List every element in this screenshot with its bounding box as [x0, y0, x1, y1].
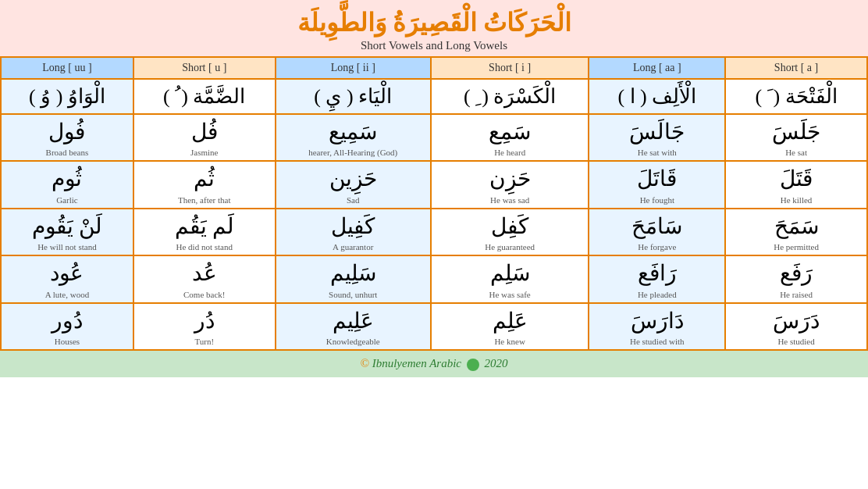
english-translation: He sat	[729, 148, 863, 157]
table-cell: دَارَسَHe studied with	[589, 303, 725, 350]
arabic-word: حَزِن	[435, 165, 585, 193]
english-translation: He permitted	[729, 242, 863, 252]
english-translation: He studied with	[592, 337, 721, 346]
arabic-word: عَلِيم	[279, 307, 427, 335]
arabic-word: ثُم	[137, 165, 272, 193]
english-translation: He sat with	[592, 148, 721, 157]
english-translation: He raised	[729, 290, 863, 299]
col-header-long-aa: Long [ aa ]	[589, 57, 725, 79]
arabic-word: عُد	[137, 259, 272, 287]
english-translation: Garlic	[5, 195, 130, 205]
table-cell: عُدCome back!	[133, 255, 276, 302]
col-header-short-u: Short [ u ]	[133, 57, 276, 79]
table-row: لَنْ يَقُومHe will not standلَم يَقُمHe …	[1, 209, 867, 255]
table-cell: ثُمThen, after that	[133, 161, 276, 208]
table-cell: ثُومGarlic	[1, 161, 133, 208]
footer-copyright: ©	[361, 357, 369, 369]
arabic-header-long-uu: الْوَاوُ ( وُ )	[1, 79, 133, 114]
english-translation: Knowledgeable	[279, 337, 427, 346]
table-cell: سَمِعHe heard	[431, 114, 589, 161]
table-cell: فُولBroad beans	[1, 114, 133, 161]
table-cell: عُودA lute, wood	[1, 255, 133, 302]
english-translation: He was safe	[435, 290, 585, 299]
table-row: ثُومGarlicثُمThen, after thatحَزِينSadحَ…	[1, 161, 867, 208]
arabic-word: فُل	[137, 118, 272, 146]
english-translation: Sound, unhurt	[279, 290, 427, 299]
english-translation: He forgave	[592, 242, 721, 252]
english-translation: He was sad	[435, 195, 585, 205]
table-cell: عَلِمHe knew	[431, 303, 589, 350]
arabic-header-long-ii: الْيَاء ( يِ )	[276, 79, 431, 114]
arabic-word: قَاتَلَ	[592, 165, 721, 193]
arabic-word: كَفِل	[435, 212, 585, 241]
table-cell: سَلِمHe was safe	[431, 255, 589, 302]
english-translation: Houses	[5, 337, 130, 346]
table-cell: حَزِينSad	[276, 161, 431, 208]
arabic-header-short-a: الْفَتْحَة ( َ )	[725, 79, 867, 114]
main-table: Long [ uu ] Short [ u ] Long [ ii ] Shor…	[0, 56, 868, 351]
table-cell: عَلِيمKnowledgeable	[276, 303, 431, 350]
footer-year: 2020	[484, 357, 507, 369]
table-cell: فُلJasmine	[133, 114, 276, 161]
arabic-word: ثُوم	[5, 165, 130, 193]
english-translation: Jasmine	[137, 148, 272, 157]
table-cell: حَزِنHe was sad	[431, 161, 589, 208]
table-cell: لَنْ يَقُومHe will not stand	[1, 209, 133, 255]
arabic-word: سَلِيم	[279, 259, 427, 287]
arabic-word: لَم يَقُم	[137, 212, 272, 241]
english-translation: Broad beans	[5, 148, 130, 157]
table-cell: قَاتَلَHe fought	[589, 161, 725, 208]
table-cell: سَمِيعhearer, All-Hearing (God)	[276, 114, 431, 161]
arabic-header-long-aa: الْأَلِف ( ا )	[589, 79, 725, 114]
subtitle: Short Vowels and Long Vowels	[4, 39, 864, 52]
english-translation: Sad	[279, 195, 427, 205]
arabic-header-short-u: الضَّمَّة ( ُ )	[133, 79, 276, 114]
table-cell: دُورHouses	[1, 303, 133, 350]
title-section: الْحَرَكَاتُ الْقَصِيرَةُ وَالطَّوِيلَة …	[0, 0, 868, 56]
arabic-word: رَفَع	[729, 259, 863, 287]
english-translation: He guaranteed	[435, 242, 585, 252]
english-translation: hearer, All-Hearing (God)	[279, 148, 427, 157]
arabic-word: دُور	[5, 307, 130, 335]
table-cell: جَالَسَHe sat with	[589, 114, 725, 161]
english-translation: He fought	[592, 195, 721, 205]
table-cell: دُرTurn!	[133, 303, 276, 350]
table-cell: جَلَسَHe sat	[725, 114, 867, 161]
arabic-word: جَالَسَ	[592, 118, 721, 146]
arabic-word: كَفِيل	[279, 212, 427, 241]
english-translation: A lute, wood	[5, 290, 130, 299]
table-cell: قَتَلَHe killed	[725, 161, 867, 208]
col-header-long-uu: Long [ uu ]	[1, 57, 133, 79]
table-cell: رَافَعHe pleaded	[589, 255, 725, 302]
english-translation: He pleaded	[592, 290, 721, 299]
english-translation: Come back!	[137, 290, 272, 299]
arabic-word: قَتَلَ	[729, 165, 863, 193]
arabic-word: سَمَحَ	[729, 212, 863, 241]
arabic-word: رَافَع	[592, 259, 721, 287]
footer-text: Ibnulyemen Arabic	[372, 357, 464, 369]
col-header-short-i: Short [ i ]	[431, 57, 589, 79]
arabic-word: فُول	[5, 118, 130, 146]
arabic-word: دُر	[137, 307, 272, 335]
table-cell: سَمَحَHe permitted	[725, 209, 867, 255]
english-translation: A guarantor	[279, 242, 427, 252]
english-translation: He will not stand	[5, 242, 130, 252]
table-row: عُودA lute, woodعُدCome back!سَلِيمSound…	[1, 255, 867, 302]
arabic-word: عَلِم	[435, 307, 585, 335]
arabic-word: سَمِع	[435, 118, 585, 146]
table-cell: كَفِيلA guarantor	[276, 209, 431, 255]
arabic-word: سَمِيع	[279, 118, 427, 146]
arabic-word: سَلِم	[435, 259, 585, 287]
col-header-short-a: Short [ a ]	[725, 57, 867, 79]
arabic-word: حَزِين	[279, 165, 427, 193]
table-cell: رَفَعHe raised	[725, 255, 867, 302]
english-translation: He studied	[729, 337, 863, 346]
header-row: Long [ uu ] Short [ u ] Long [ ii ] Shor…	[1, 57, 867, 79]
arabic-word: جَلَسَ	[729, 118, 863, 146]
english-translation: He did not stand	[137, 242, 272, 252]
arabic-word: سَامَحَ	[592, 212, 721, 241]
table-row: دُورHousesدُرTurn!عَلِيمKnowledgeableعَل…	[1, 303, 867, 350]
english-translation: Turn!	[137, 337, 272, 346]
english-translation: He knew	[435, 337, 585, 346]
table-cell: سَلِيمSound, unhurt	[276, 255, 431, 302]
